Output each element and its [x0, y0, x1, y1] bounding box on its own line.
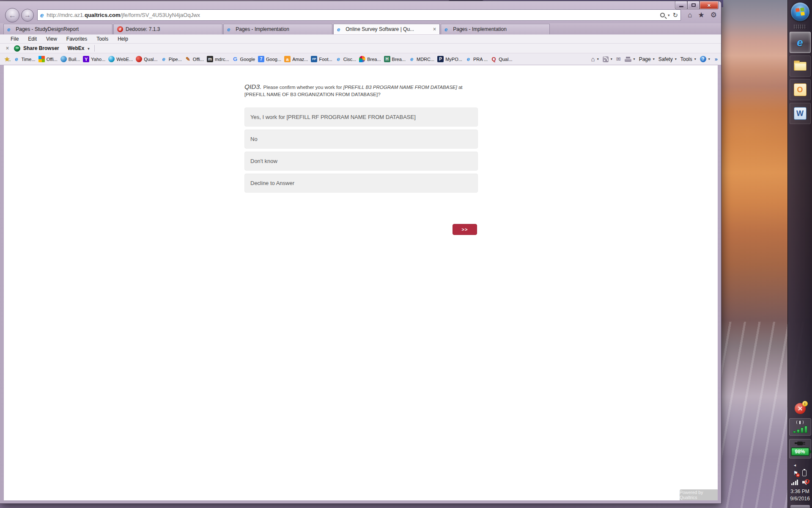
network-signal-icon[interactable]: [791, 480, 798, 485]
favorite-item[interactable]: YYaho...: [83, 56, 105, 62]
tray-alert-app-icon[interactable]: !: [795, 403, 806, 414]
refresh-icon[interactable]: ↻: [672, 11, 678, 19]
answer-option[interactable]: No: [244, 130, 478, 149]
favorite-item[interactable]: eTime...: [13, 56, 35, 62]
favorite-label: Buil...: [69, 57, 80, 62]
favorite-item[interactable]: Brea...: [359, 56, 381, 62]
favorite-item[interactable]: mmdrc...: [207, 56, 229, 62]
show-desktop-grip[interactable]: [790, 505, 810, 508]
ie-favicon-icon: e: [409, 56, 415, 62]
taskbar-ie-button[interactable]: e: [790, 32, 811, 53]
favorite-item[interactable]: eMDRC...: [409, 56, 434, 62]
warning-badge: !: [802, 401, 808, 406]
taskbar-outlook-button[interactable]: O: [790, 79, 811, 100]
tab-close-icon[interactable]: ×: [433, 26, 436, 32]
print-dropdown-icon[interactable]: ▾: [634, 57, 635, 61]
taskbar-explorer-button[interactable]: [790, 55, 811, 77]
favorite-label: Offi...: [47, 57, 58, 62]
search-icon[interactable]: [660, 13, 665, 17]
add-favorite-icon[interactable]: ★: [4, 55, 10, 63]
favorite-item[interactable]: GGoogle: [232, 56, 255, 62]
favorites-star-icon[interactable]: ★: [698, 11, 705, 19]
taskbar-clock[interactable]: 3:36 PM 9/6/2016: [790, 488, 810, 502]
toolbar-overflow-icon[interactable]: »: [715, 56, 718, 62]
browser-tab[interactable]: eOnline Survey Software | Qu...×: [333, 24, 440, 34]
browser-tab[interactable]: dDedoose: 7.1.3: [113, 24, 222, 34]
webex-menu[interactable]: WebEx: [68, 45, 85, 51]
favorite-label: Brea...: [367, 57, 381, 62]
address-bar-row: ← → e http://mdrc.az1.qualtrics.com/jfe/…: [0, 7, 721, 23]
menu-favorites[interactable]: Favorites: [62, 36, 92, 42]
home-icon[interactable]: ⌂: [688, 11, 692, 19]
answer-option[interactable]: Decline to Answer: [244, 174, 478, 193]
menu-edit[interactable]: Edit: [23, 36, 41, 42]
rss-icon[interactable]: [603, 56, 609, 62]
favorite-label: WebE...: [116, 57, 133, 62]
favorite-item[interactable]: WebE...: [108, 56, 133, 62]
search-dropdown-icon[interactable]: ▾: [668, 13, 670, 17]
wireless-status-panel[interactable]: [789, 418, 811, 436]
taskbar: e O W ! 98% ◂ ⚑: [787, 0, 812, 508]
back-button[interactable]: ←: [5, 8, 19, 22]
favorite-item[interactable]: Qual...: [136, 56, 157, 62]
powered-by-qualtrics-badge[interactable]: Powered by Qualtrics: [680, 489, 718, 500]
taskbar-word-button[interactable]: W: [790, 103, 811, 124]
webex-close-icon[interactable]: ×: [6, 45, 9, 51]
menu-tools[interactable]: Tools: [92, 36, 113, 42]
amazon-favicon-icon: a: [284, 56, 291, 62]
settings-gear-icon[interactable]: ⚙: [710, 11, 717, 19]
favorite-label: Google: [240, 57, 255, 62]
home-icon[interactable]: ⌂: [591, 55, 595, 63]
answer-option[interactable]: Yes, I work for [PREFILL RF PROGRAM NAME…: [244, 108, 478, 127]
favorite-item[interactable]: Offi...: [38, 56, 58, 62]
pencil-favicon-icon: ✎: [185, 56, 191, 62]
answer-option[interactable]: Don't know: [244, 152, 478, 171]
browser-tab[interactable]: ePages - Implementation: [441, 24, 550, 34]
rss-dropdown-icon[interactable]: ▾: [611, 57, 612, 61]
home-dropdown-icon[interactable]: ▾: [597, 57, 599, 61]
webex-dropdown-icon[interactable]: ▼: [87, 47, 91, 51]
favorite-item[interactable]: Buil...: [60, 56, 80, 62]
browser-tab[interactable]: ePages - Implementation: [223, 24, 332, 34]
show-hidden-icons-button[interactable]: ◂: [788, 463, 796, 467]
favorite-label: Goog...: [266, 57, 281, 62]
safety-menu[interactable]: Safety: [658, 56, 673, 62]
office-favicon-icon: [38, 56, 45, 62]
mail-icon[interactable]: ✉: [616, 56, 621, 62]
tools-menu[interactable]: Tools: [680, 56, 692, 62]
favorite-item[interactable]: FPFoot...: [311, 56, 332, 62]
favorite-label: Cisc...: [343, 57, 357, 62]
yahoo-favicon-icon: Y: [83, 56, 89, 62]
favorite-item[interactable]: ePRA ...: [465, 56, 488, 62]
forward-icon: →: [24, 11, 31, 19]
favorite-item[interactable]: eCisc...: [335, 56, 357, 62]
speaker-muted-icon[interactable]: [802, 479, 809, 485]
page-menu[interactable]: Page: [639, 56, 651, 62]
system-tray: ! 98% ◂ ⚑ 3:36 PM: [788, 403, 812, 508]
webex-ball-favicon-icon: [108, 56, 115, 62]
favorite-item[interactable]: ePipe...: [161, 56, 182, 62]
favorite-item[interactable]: QQual...: [491, 56, 512, 62]
menu-view[interactable]: View: [41, 36, 62, 42]
browser-tab[interactable]: ePages - StudyDesignReport: [3, 24, 112, 34]
forward-button[interactable]: →: [21, 9, 34, 22]
favorite-item[interactable]: ✎Offi...: [185, 56, 204, 62]
favorite-item[interactable]: 7Goog...: [258, 56, 281, 62]
address-bar[interactable]: e http://mdrc.az1.qualtrics.com/jfe/form…: [37, 9, 681, 21]
share-browser-button[interactable]: Share Browser: [23, 45, 59, 51]
favorite-label: Foot...: [319, 57, 332, 62]
action-center-flag-icon[interactable]: ⚑: [793, 470, 798, 476]
favorite-item[interactable]: aAmaz...: [284, 56, 308, 62]
start-button[interactable]: [791, 3, 809, 21]
battery-small-icon[interactable]: [802, 470, 807, 476]
print-icon[interactable]: [625, 57, 631, 62]
survey-page: QID3.Please confirm whether you work for…: [4, 65, 718, 500]
power-status-panel[interactable]: 98%: [789, 439, 811, 458]
favorite-item[interactable]: PMyPO...: [437, 56, 462, 62]
favorite-item[interactable]: HBrea...: [384, 56, 406, 62]
help-icon[interactable]: ?: [700, 56, 706, 62]
menu-file[interactable]: File: [6, 36, 23, 42]
next-button[interactable]: >>: [453, 224, 477, 235]
favorite-label: Time...: [21, 57, 35, 62]
menu-help[interactable]: Help: [113, 36, 133, 42]
